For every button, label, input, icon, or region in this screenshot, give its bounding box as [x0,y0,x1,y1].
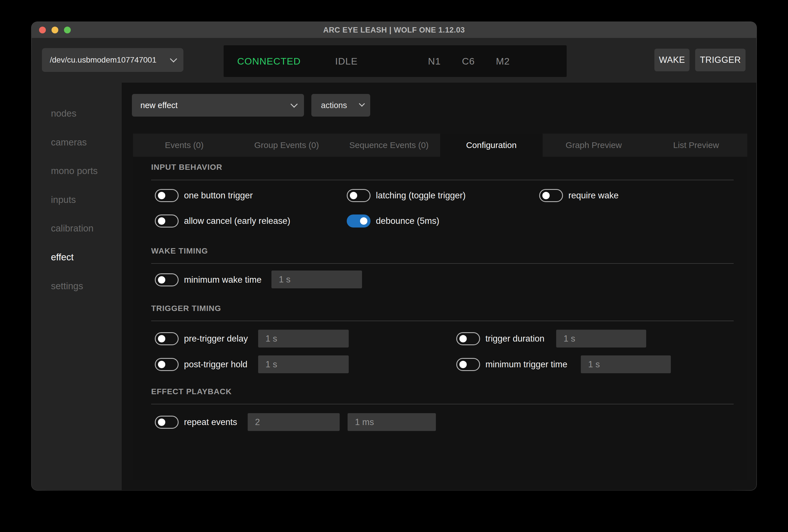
sidebar-item-effect[interactable]: effect [51,251,74,263]
label-minimum-wake-time: minimum wake time [184,273,261,287]
minimum-trigger-time-input[interactable] [581,355,671,373]
toggle-knob [360,217,368,225]
toggle-knob [459,335,467,342]
main-content: new effect actions Events (0) Group Even… [122,83,756,490]
sidebar: nodes cameras mono ports inputs calibrat… [32,83,122,490]
tab-sequence-events[interactable]: Sequence Events (0) [338,134,440,157]
label-debounce: debounce (5ms) [376,215,439,228]
tab-group-events[interactable]: Group Events (0) [236,134,338,157]
pre-trigger-delay-input[interactable] [258,330,349,348]
toggle-allow-cancel[interactable] [155,215,179,228]
toggle-pre-trigger-delay[interactable] [155,332,179,345]
label-post-trigger-hold: post-trigger hold [184,358,248,371]
toggle-latching[interactable] [347,189,371,202]
sidebar-item-cameras[interactable]: cameras [51,136,87,148]
toggle-knob [158,361,165,368]
toggle-knob [158,418,165,426]
post-trigger-hold-input[interactable] [258,355,349,373]
chevron-down-icon [170,55,177,62]
actions-menu[interactable]: actions [311,94,370,117]
toggle-debounce[interactable] [347,215,371,228]
title-bar: ARC EYE LEASH | WOLF ONE 1.12.03 [32,22,756,38]
toggle-knob [158,335,165,342]
toggle-trigger-duration[interactable] [456,332,480,345]
label-minimum-trigger-time: minimum trigger time [486,358,567,371]
section-title-wake-timing: WAKE TIMING [151,247,208,256]
monitor-count-status: M2 [496,45,510,77]
chevron-down-icon [359,101,365,107]
toggle-knob [158,192,165,199]
section-title-effect-playback: EFFECT PLAYBACK [151,387,232,396]
tab-graph-preview[interactable]: Graph Preview [543,134,645,157]
toggle-knob [158,276,165,283]
sidebar-item-inputs[interactable]: inputs [51,194,76,206]
toggle-minimum-wake-time[interactable] [155,273,179,287]
sidebar-item-calibration[interactable]: calibration [51,222,93,234]
sidebar-item-nodes[interactable]: nodes [51,107,76,119]
tab-configuration[interactable]: Configuration [440,134,543,157]
status-bar: CONNECTED IDLE N1 C6 M2 [223,45,567,77]
toggle-knob [459,361,467,368]
app-window: ARC EYE LEASH | WOLF ONE 1.12.03 /dev/cu… [32,22,756,490]
label-one-button-trigger: one button trigger [184,189,253,202]
trigger-duration-input[interactable] [556,330,646,348]
label-allow-cancel: allow cancel (early release) [184,215,290,228]
divider [151,321,734,321]
serial-port-value: /dev/cu.usbmodem107747001 [50,56,157,64]
toggle-knob [158,217,165,225]
divider [151,263,734,264]
minimum-wake-time-input[interactable] [272,271,362,288]
label-latching: latching (toggle trigger) [376,189,466,202]
effect-select[interactable]: new effect [132,94,304,117]
toggle-knob [542,192,550,199]
chevron-down-icon [290,100,297,107]
divider [151,180,734,180]
divider [151,404,734,405]
repeat-count-input[interactable] [248,413,340,431]
label-trigger-duration: trigger duration [486,332,545,345]
section-title-trigger-timing: TRIGGER TIMING [151,304,221,313]
toggle-knob [350,192,357,199]
label-repeat-events: repeat events [184,416,237,429]
trigger-button[interactable]: TRIGGER [695,49,746,71]
window-title: ARC EYE LEASH | WOLF ONE 1.12.03 [32,22,756,38]
tab-strip: Events (0) Group Events (0) Sequence Eve… [133,134,747,157]
connection-status: CONNECTED [237,45,301,77]
toggle-one-button-trigger[interactable] [155,189,179,202]
node-count-status: N1 [428,45,441,77]
configuration-panel: INPUT BEHAVIOR one button trigger latchi… [133,157,747,480]
mode-status: IDLE [335,45,358,77]
tab-list-preview[interactable]: List Preview [645,134,747,157]
toggle-post-trigger-hold[interactable] [155,358,179,371]
effect-select-value: new effect [140,101,178,110]
label-pre-trigger-delay: pre-trigger delay [184,332,248,345]
toggle-minimum-trigger-time[interactable] [456,358,480,371]
section-title-input-behavior: INPUT BEHAVIOR [151,163,222,172]
repeat-interval-input[interactable] [348,413,436,431]
actions-menu-label: actions [321,101,347,110]
sidebar-item-settings[interactable]: settings [51,280,83,292]
serial-port-select[interactable]: /dev/cu.usbmodem107747001 [42,48,183,72]
label-require-wake: require wake [568,189,618,202]
toggle-require-wake[interactable] [539,189,563,202]
wake-button[interactable]: WAKE [654,49,690,71]
camera-count-status: C6 [462,45,475,77]
tab-events[interactable]: Events (0) [133,134,236,157]
toggle-repeat-events[interactable] [155,416,179,429]
sidebar-item-mono-ports[interactable]: mono ports [51,165,98,177]
